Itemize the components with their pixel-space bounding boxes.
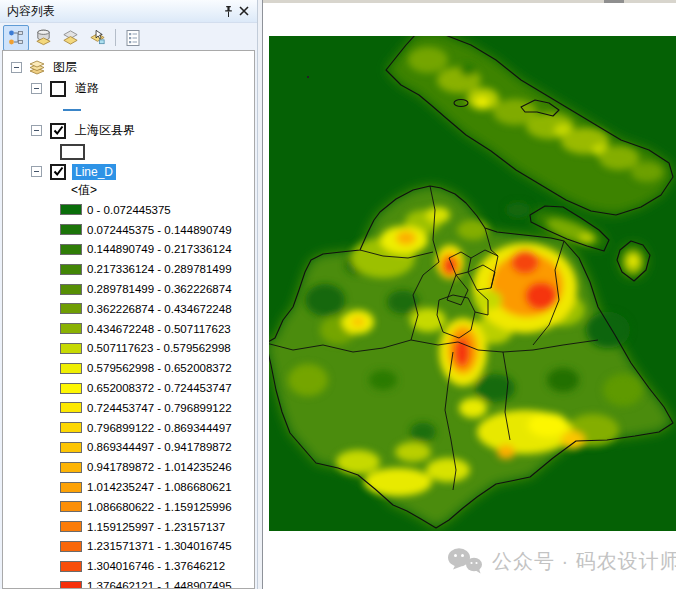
legend-row: 0.507117623 - 0.579562998 — [3, 339, 254, 359]
collapse-icon[interactable] — [31, 166, 42, 177]
legend-label: 0.434672248 - 0.507117623 — [87, 323, 231, 335]
legend-label: 1.231571371 - 1.304016745 — [87, 540, 232, 552]
legend-row: 0.652008372 - 0.724453747 — [3, 378, 254, 398]
legend-swatch[interactable] — [60, 541, 82, 552]
legend-label: 0.579562998 - 0.652008372 — [87, 362, 232, 374]
road-visibility-checkbox[interactable] — [50, 81, 66, 97]
legend-swatch[interactable] — [60, 343, 82, 354]
legend-row: 0.724453747 - 0.796899122 — [3, 398, 254, 418]
legend-label: 1.376462121 - 1.448907495 — [87, 580, 232, 589]
toolbar-separator — [115, 29, 116, 46]
collapse-icon[interactable] — [11, 62, 22, 73]
legend-row: 0 - 0.072445375 — [3, 200, 254, 220]
legend-swatch[interactable] — [60, 521, 82, 532]
list-by-drawing-order-button[interactable] — [3, 25, 29, 51]
legend-label: 0.072445375 - 0.144890749 — [87, 224, 232, 236]
list-by-selection-button[interactable] — [84, 25, 110, 51]
legend-swatch[interactable] — [60, 363, 82, 374]
legend-row: 0.941789872 - 1.014235246 — [3, 457, 254, 477]
layer-group-label[interactable]: 图层 — [50, 58, 80, 77]
legend-row: 1.304016746 - 1.37646212 — [3, 556, 254, 576]
district-symbol-row — [3, 141, 254, 162]
legend-row: 0.072445375 - 0.144890749 — [3, 220, 254, 240]
legend-label: 0.362226874 - 0.434672248 — [87, 303, 232, 315]
collapse-icon[interactable] — [31, 125, 42, 136]
legend-swatch[interactable] — [60, 422, 82, 433]
district-layer-label[interactable]: 上海区县界 — [72, 121, 138, 140]
legend-swatch[interactable] — [60, 581, 82, 589]
legend-label: 1.086680622 - 1.159125996 — [87, 501, 232, 513]
legend-label: 0.217336124 - 0.289781499 — [87, 263, 232, 275]
map-window: 公众号 · 码农设计师 — [262, 0, 676, 589]
wechat-icon — [446, 546, 483, 576]
legend-row: 0.144890749 - 0.217336124 — [3, 240, 254, 260]
legend-label: 0.507117623 - 0.579562998 — [87, 342, 231, 354]
legend-label: 0.144890749 - 0.217336124 — [87, 243, 232, 255]
legend-label: 1.159125997 - 1.23157137 — [87, 521, 225, 533]
layer-row-density[interactable]: Line_D — [3, 162, 254, 181]
district-visibility-checkbox[interactable] — [50, 123, 66, 139]
legend-swatch[interactable] — [60, 323, 82, 334]
list-by-selection-icon — [88, 28, 107, 47]
close-icon[interactable] — [236, 3, 252, 19]
legend-label: 1.014235247 - 1.086680621 — [87, 481, 232, 493]
road-symbol-row — [3, 99, 254, 120]
toc-title: 内容列表 — [7, 3, 220, 20]
legend-swatch[interactable] — [60, 224, 82, 235]
list-by-source-icon — [34, 28, 53, 47]
legend-label: 0.724453747 - 0.796899122 — [87, 402, 232, 414]
density-layer-label[interactable]: Line_D — [72, 164, 116, 180]
legend-row: 1.159125997 - 1.23157137 — [3, 517, 254, 537]
legend-swatch[interactable] — [60, 501, 82, 512]
legend-swatch[interactable] — [60, 303, 82, 314]
list-by-source-button[interactable] — [30, 25, 56, 51]
collapse-icon[interactable] — [31, 83, 42, 94]
toc-options-icon — [124, 29, 142, 47]
arcmap-window: 内容列表 — [0, 0, 676, 589]
layer-row-district[interactable]: 上海区县界 — [3, 120, 254, 141]
toc-options-button[interactable] — [120, 25, 146, 51]
toc-toolbar — [0, 23, 257, 53]
road-layer-label[interactable]: 道路 — [72, 79, 102, 98]
legend-row: 0.796899122 - 0.869344497 — [3, 418, 254, 438]
legend-row: 0.289781499 - 0.362226874 — [3, 279, 254, 299]
legend-label: 0 - 0.072445375 — [87, 204, 171, 216]
pushpin-icon[interactable] — [220, 3, 236, 19]
toc-tree: 图层 道路 上海区县界 — [2, 50, 255, 589]
list-by-visibility-button[interactable] — [57, 25, 83, 51]
road-line-symbol[interactable] — [63, 109, 81, 111]
legend-swatch[interactable] — [60, 482, 82, 493]
toc-titlebar: 内容列表 — [0, 0, 257, 23]
legend-row: 0.869344497 - 0.941789872 — [3, 438, 254, 458]
density-visibility-checkbox[interactable] — [50, 164, 66, 180]
list-by-visibility-icon — [61, 28, 80, 47]
layer-row-road[interactable]: 道路 — [3, 78, 254, 99]
legend-swatch[interactable] — [60, 383, 82, 394]
table-of-contents-panel: 内容列表 — [0, 0, 258, 589]
map-canvas[interactable] — [263, 0, 676, 589]
district-polygon-symbol[interactable] — [60, 144, 85, 160]
layers-stack-icon — [28, 60, 46, 75]
legend-swatch[interactable] — [60, 442, 82, 453]
legend-row: 0.434672248 - 0.507117623 — [3, 319, 254, 339]
legend-label: 0.796899122 - 0.869344497 — [87, 422, 232, 434]
legend-label: 0.289781499 - 0.362226874 — [87, 283, 232, 295]
legend-header-row: <值> — [3, 181, 254, 200]
legend-list: 0 - 0.072445375 0.072445375 - 0.14489074… — [3, 200, 254, 589]
legend-row: 1.231571371 - 1.304016745 — [3, 537, 254, 557]
legend-swatch[interactable] — [60, 204, 82, 215]
legend-swatch[interactable] — [60, 561, 82, 572]
legend-swatch[interactable] — [60, 402, 82, 413]
legend-row: 1.014235247 - 1.086680621 — [3, 477, 254, 497]
legend-row: 0.217336124 - 0.289781499 — [3, 259, 254, 279]
legend-row: 1.376462121 - 1.448907495 — [3, 576, 254, 589]
legend-label: 1.304016746 - 1.37646212 — [87, 560, 225, 572]
legend-row: 1.086680622 - 1.159125996 — [3, 497, 254, 517]
legend-swatch[interactable] — [60, 264, 82, 275]
legend-row: 0.362226874 - 0.434672248 — [3, 299, 254, 319]
legend-swatch[interactable] — [60, 284, 82, 295]
layer-group-row[interactable]: 图层 — [3, 57, 254, 78]
legend-swatch[interactable] — [60, 244, 82, 255]
legend-swatch[interactable] — [60, 462, 82, 473]
legend-label: 0.869344497 - 0.941789872 — [87, 441, 232, 453]
